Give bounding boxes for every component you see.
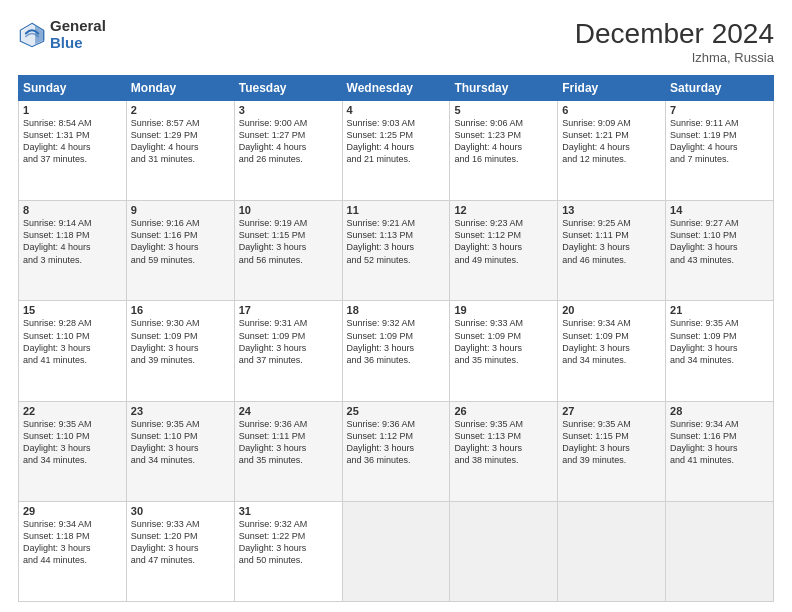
day-number: 8	[23, 204, 122, 216]
calendar-cell: 22Sunrise: 9:35 AM Sunset: 1:10 PM Dayli…	[19, 401, 127, 501]
day-number: 26	[454, 405, 553, 417]
day-number: 9	[131, 204, 230, 216]
month-title: December 2024	[575, 18, 774, 50]
calendar-cell: 23Sunrise: 9:35 AM Sunset: 1:10 PM Dayli…	[126, 401, 234, 501]
day-number: 3	[239, 104, 338, 116]
day-number: 25	[347, 405, 446, 417]
calendar-week-row: 15Sunrise: 9:28 AM Sunset: 1:10 PM Dayli…	[19, 301, 774, 401]
calendar-cell: 18Sunrise: 9:32 AM Sunset: 1:09 PM Dayli…	[342, 301, 450, 401]
day-info: Sunrise: 9:09 AM Sunset: 1:21 PM Dayligh…	[562, 117, 661, 166]
calendar-cell: 10Sunrise: 9:19 AM Sunset: 1:15 PM Dayli…	[234, 201, 342, 301]
day-number: 13	[562, 204, 661, 216]
day-info: Sunrise: 9:35 AM Sunset: 1:13 PM Dayligh…	[454, 418, 553, 467]
logo-blue: Blue	[50, 35, 106, 52]
day-number: 21	[670, 304, 769, 316]
weekday-header: Friday	[558, 76, 666, 101]
day-number: 30	[131, 505, 230, 517]
weekday-header: Saturday	[666, 76, 774, 101]
day-info: Sunrise: 9:31 AM Sunset: 1:09 PM Dayligh…	[239, 317, 338, 366]
location: Izhma, Russia	[575, 50, 774, 65]
day-info: Sunrise: 9:34 AM Sunset: 1:18 PM Dayligh…	[23, 518, 122, 567]
weekday-row: SundayMondayTuesdayWednesdayThursdayFrid…	[19, 76, 774, 101]
day-number: 5	[454, 104, 553, 116]
calendar-cell	[342, 501, 450, 601]
calendar-cell	[450, 501, 558, 601]
day-info: Sunrise: 9:03 AM Sunset: 1:25 PM Dayligh…	[347, 117, 446, 166]
calendar-header: SundayMondayTuesdayWednesdayThursdayFrid…	[19, 76, 774, 101]
calendar-cell	[666, 501, 774, 601]
day-number: 10	[239, 204, 338, 216]
day-info: Sunrise: 9:35 AM Sunset: 1:09 PM Dayligh…	[670, 317, 769, 366]
day-number: 23	[131, 405, 230, 417]
day-info: Sunrise: 8:54 AM Sunset: 1:31 PM Dayligh…	[23, 117, 122, 166]
title-block: December 2024 Izhma, Russia	[575, 18, 774, 65]
day-info: Sunrise: 9:16 AM Sunset: 1:16 PM Dayligh…	[131, 217, 230, 266]
day-info: Sunrise: 9:33 AM Sunset: 1:20 PM Dayligh…	[131, 518, 230, 567]
logo: General Blue	[18, 18, 106, 51]
day-number: 18	[347, 304, 446, 316]
day-info: Sunrise: 9:32 AM Sunset: 1:09 PM Dayligh…	[347, 317, 446, 366]
day-info: Sunrise: 9:36 AM Sunset: 1:11 PM Dayligh…	[239, 418, 338, 467]
calendar: SundayMondayTuesdayWednesdayThursdayFrid…	[18, 75, 774, 602]
calendar-cell: 1Sunrise: 8:54 AM Sunset: 1:31 PM Daylig…	[19, 101, 127, 201]
day-number: 1	[23, 104, 122, 116]
day-info: Sunrise: 9:28 AM Sunset: 1:10 PM Dayligh…	[23, 317, 122, 366]
day-info: Sunrise: 9:06 AM Sunset: 1:23 PM Dayligh…	[454, 117, 553, 166]
day-info: Sunrise: 8:57 AM Sunset: 1:29 PM Dayligh…	[131, 117, 230, 166]
calendar-cell: 7Sunrise: 9:11 AM Sunset: 1:19 PM Daylig…	[666, 101, 774, 201]
day-info: Sunrise: 9:34 AM Sunset: 1:09 PM Dayligh…	[562, 317, 661, 366]
day-number: 24	[239, 405, 338, 417]
calendar-week-row: 22Sunrise: 9:35 AM Sunset: 1:10 PM Dayli…	[19, 401, 774, 501]
day-info: Sunrise: 9:35 AM Sunset: 1:10 PM Dayligh…	[23, 418, 122, 467]
day-number: 12	[454, 204, 553, 216]
calendar-cell: 12Sunrise: 9:23 AM Sunset: 1:12 PM Dayli…	[450, 201, 558, 301]
calendar-cell: 16Sunrise: 9:30 AM Sunset: 1:09 PM Dayli…	[126, 301, 234, 401]
calendar-cell: 14Sunrise: 9:27 AM Sunset: 1:10 PM Dayli…	[666, 201, 774, 301]
weekday-header: Wednesday	[342, 76, 450, 101]
calendar-cell: 21Sunrise: 9:35 AM Sunset: 1:09 PM Dayli…	[666, 301, 774, 401]
calendar-cell: 27Sunrise: 9:35 AM Sunset: 1:15 PM Dayli…	[558, 401, 666, 501]
calendar-cell: 29Sunrise: 9:34 AM Sunset: 1:18 PM Dayli…	[19, 501, 127, 601]
calendar-cell: 3Sunrise: 9:00 AM Sunset: 1:27 PM Daylig…	[234, 101, 342, 201]
day-number: 19	[454, 304, 553, 316]
calendar-cell: 13Sunrise: 9:25 AM Sunset: 1:11 PM Dayli…	[558, 201, 666, 301]
day-info: Sunrise: 9:21 AM Sunset: 1:13 PM Dayligh…	[347, 217, 446, 266]
calendar-cell: 31Sunrise: 9:32 AM Sunset: 1:22 PM Dayli…	[234, 501, 342, 601]
calendar-cell: 24Sunrise: 9:36 AM Sunset: 1:11 PM Dayli…	[234, 401, 342, 501]
day-info: Sunrise: 9:14 AM Sunset: 1:18 PM Dayligh…	[23, 217, 122, 266]
day-number: 22	[23, 405, 122, 417]
day-info: Sunrise: 9:19 AM Sunset: 1:15 PM Dayligh…	[239, 217, 338, 266]
day-info: Sunrise: 9:36 AM Sunset: 1:12 PM Dayligh…	[347, 418, 446, 467]
day-info: Sunrise: 9:35 AM Sunset: 1:10 PM Dayligh…	[131, 418, 230, 467]
calendar-cell: 8Sunrise: 9:14 AM Sunset: 1:18 PM Daylig…	[19, 201, 127, 301]
calendar-cell: 19Sunrise: 9:33 AM Sunset: 1:09 PM Dayli…	[450, 301, 558, 401]
day-info: Sunrise: 9:34 AM Sunset: 1:16 PM Dayligh…	[670, 418, 769, 467]
day-number: 29	[23, 505, 122, 517]
weekday-header: Monday	[126, 76, 234, 101]
day-number: 31	[239, 505, 338, 517]
calendar-cell: 4Sunrise: 9:03 AM Sunset: 1:25 PM Daylig…	[342, 101, 450, 201]
calendar-week-row: 29Sunrise: 9:34 AM Sunset: 1:18 PM Dayli…	[19, 501, 774, 601]
calendar-cell: 17Sunrise: 9:31 AM Sunset: 1:09 PM Dayli…	[234, 301, 342, 401]
calendar-cell: 28Sunrise: 9:34 AM Sunset: 1:16 PM Dayli…	[666, 401, 774, 501]
calendar-body: 1Sunrise: 8:54 AM Sunset: 1:31 PM Daylig…	[19, 101, 774, 602]
calendar-cell: 26Sunrise: 9:35 AM Sunset: 1:13 PM Dayli…	[450, 401, 558, 501]
weekday-header: Tuesday	[234, 76, 342, 101]
calendar-cell	[558, 501, 666, 601]
logo-general: General	[50, 18, 106, 35]
day-number: 7	[670, 104, 769, 116]
calendar-cell: 6Sunrise: 9:09 AM Sunset: 1:21 PM Daylig…	[558, 101, 666, 201]
day-number: 14	[670, 204, 769, 216]
calendar-cell: 25Sunrise: 9:36 AM Sunset: 1:12 PM Dayli…	[342, 401, 450, 501]
day-number: 2	[131, 104, 230, 116]
day-number: 20	[562, 304, 661, 316]
weekday-header: Thursday	[450, 76, 558, 101]
day-number: 17	[239, 304, 338, 316]
day-info: Sunrise: 9:33 AM Sunset: 1:09 PM Dayligh…	[454, 317, 553, 366]
day-number: 11	[347, 204, 446, 216]
day-info: Sunrise: 9:35 AM Sunset: 1:15 PM Dayligh…	[562, 418, 661, 467]
day-number: 4	[347, 104, 446, 116]
header: General Blue December 2024 Izhma, Russia	[18, 18, 774, 65]
day-number: 16	[131, 304, 230, 316]
day-info: Sunrise: 9:23 AM Sunset: 1:12 PM Dayligh…	[454, 217, 553, 266]
